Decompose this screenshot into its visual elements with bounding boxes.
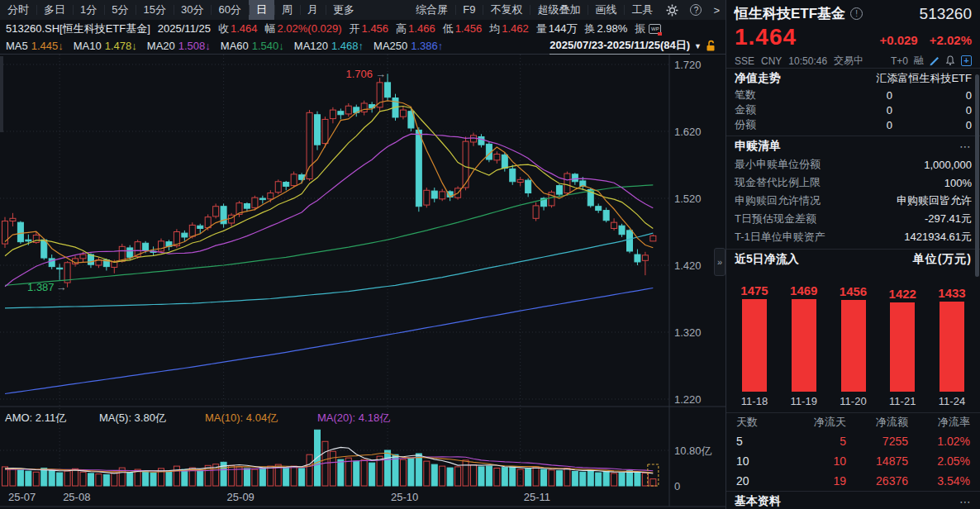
ma-label: MA120: [294, 40, 328, 52]
inflow-table-row: 5572551.02%: [726, 431, 980, 451]
panel-scrollbar[interactable]: [975, 74, 979, 277]
price-change-pct: +2.02%: [930, 33, 972, 47]
date-range-label: 2025/07/23-2025/11/25(84日): [549, 38, 690, 55]
ma-label: MA60: [221, 40, 249, 52]
quote-field-收: 收1.464: [218, 21, 258, 36]
period-tab-30分[interactable]: 30分: [174, 0, 211, 20]
inflow-section-title: 近5日净流入: [735, 252, 799, 267]
quote-field-label: 高: [396, 21, 407, 36]
inflow-table-header: 天数净流天净流额净流率: [726, 413, 980, 431]
period-buttons: 分时多日1分5分15分30分60分日周月更多: [0, 0, 362, 20]
ma-value: 1.386↑: [411, 40, 443, 52]
inflow-bar-column: 143311-24: [932, 270, 972, 409]
ma-value: 1.540↓: [252, 40, 284, 52]
redeem-row-label: T日预估现金差额: [735, 212, 816, 226]
period-tab-5分[interactable]: 5分: [104, 0, 136, 20]
inflow-table-cell: 1.02%: [908, 435, 970, 448]
quote-field-value: 2.02%(0.029): [277, 22, 341, 35]
inflow-bar: [890, 302, 915, 392]
alert-bell-icon[interactable]: [945, 55, 955, 66]
tool-button-工具[interactable]: 工具: [624, 0, 660, 20]
inflow-bar-column: 142211-21: [882, 270, 922, 409]
nav-row-value-1: 0: [756, 89, 896, 102]
quote-field-振: 振WP: [635, 21, 661, 36]
period-tab-多日[interactable]: 多日: [36, 0, 73, 20]
amo-legend-item: AMO: 2.11亿: [5, 411, 66, 424]
help-icon[interactable]: ?: [684, 4, 707, 16]
volume-axis-label: 10.80亿: [674, 445, 712, 457]
inflow-bar-column: 146911-19: [784, 270, 824, 409]
edit-pencil-icon[interactable]: [930, 56, 940, 66]
date-range-selector[interactable]: 2025/07/23-2025/11/25(84日) ▼: [549, 38, 720, 55]
kline-chart[interactable]: 1.7201.6201.5201.4201.3201.22010.80亿0AMO…: [0, 55, 725, 509]
tool-button-不复权[interactable]: 不复权: [483, 0, 530, 20]
quote-field-幅: 幅2.02%(0.029): [264, 21, 341, 36]
fund-code: 513260: [920, 5, 972, 23]
period-tab-日[interactable]: 日: [249, 0, 274, 20]
trading-status: 交易中: [834, 54, 863, 68]
add-to-watchlist-icon[interactable]: +: [961, 55, 972, 66]
high-annotation: 1.706: [346, 68, 373, 80]
tool-buttons: 综合屏F9不复权超级叠加画线工具: [408, 0, 660, 20]
inflow-bar: [742, 299, 767, 392]
inflow-table-section: 天数净流天净流额净流率5572551.02%1010148752.05%2019…: [726, 412, 980, 491]
x-axis-label: 25-07: [8, 491, 36, 503]
unlock-icon[interactable]: [706, 40, 716, 52]
redeem-row: 申购赎回允许情况申购赎回皆允许: [726, 192, 980, 210]
nav-row-label: 金额: [735, 102, 756, 117]
tool-button-超级叠加[interactable]: 超级叠加: [530, 0, 588, 20]
quote-field-量: 量144万: [536, 21, 578, 36]
tool-button-F9[interactable]: F9: [455, 0, 483, 20]
ma-label: MA10: [74, 40, 102, 52]
settings-gear-icon[interactable]: [660, 4, 684, 17]
price-axis-label: 1.320: [674, 326, 702, 339]
last-price: 1.464: [735, 24, 797, 50]
basic-info-title: 基本资料: [735, 494, 781, 509]
quote-bar: 513260.SH[恒生科技ETF基金] 2025/11/25 收1.464幅2…: [0, 20, 725, 37]
ma-legend-MA5: MA51.445↓: [6, 40, 64, 52]
toolbar-expand-chevron-icon[interactable]: >: [707, 4, 725, 17]
basic-info-more-button[interactable]: ⋯: [959, 495, 972, 508]
period-tab-15分[interactable]: 15分: [136, 0, 173, 20]
ma-legend-MA120: MA1201.468↑: [294, 40, 364, 52]
info-icon[interactable]: !: [850, 7, 863, 20]
tool-button-画线[interactable]: 画线: [588, 0, 624, 20]
quote-date: 2025/11/25: [158, 22, 211, 35]
period-tab-1分[interactable]: 1分: [73, 0, 104, 20]
inflow-table-cell: 20: [736, 474, 784, 488]
inflow-table-row: 1010148752.05%: [726, 451, 980, 471]
inflow-table-cell: 10: [784, 454, 846, 468]
inflow-bar: [792, 299, 816, 392]
ma-legend-MA10: MA101.478↓: [74, 40, 137, 52]
inflow-table-header-cell: 天数: [736, 415, 784, 430]
period-tab-更多[interactable]: 更多: [326, 0, 362, 20]
period-tab-周[interactable]: 周: [274, 0, 300, 20]
inflow-bar-value: 1456: [840, 284, 867, 298]
inflow-table-header-cell: 净流率: [908, 415, 970, 430]
price-change: +0.029: [879, 33, 917, 47]
tool-button-综合屏[interactable]: 综合屏: [408, 0, 455, 20]
period-tab-60分[interactable]: 60分: [211, 0, 248, 20]
amo-legend-item: MA(5): 3.80亿: [99, 411, 166, 424]
redeem-row: 最小申赎单位份额1,000,000: [726, 155, 980, 174]
redeem-more-button[interactable]: ⋯: [959, 140, 972, 153]
volume-axis-label: 0: [674, 480, 680, 492]
period-tab-分时[interactable]: 分时: [0, 0, 36, 20]
quote-field-label: 换: [584, 21, 595, 36]
ma-legend-bar: MA51.445↓MA101.478↓MA201.508↓MA601.540↓M…: [0, 37, 725, 55]
inflow-table: 天数净流天净流额净流率5572551.02%1010148752.05%2019…: [726, 413, 980, 491]
inflow-table-header-cell: 净流额: [846, 415, 908, 430]
ma-label: MA5: [6, 40, 28, 52]
symbol-label: 513260.SH[恒生科技ETF基金]: [6, 21, 150, 36]
quote-field-高: 高1.466: [396, 21, 435, 36]
inflow-table-cell: 14875: [846, 454, 908, 468]
nav-row: 金额00: [726, 102, 980, 117]
nav-fund-link[interactable]: 汇添富恒生科技ETF: [876, 71, 972, 86]
quote-field-label: 均: [489, 21, 500, 36]
panel-header: 恒生科技ETF基金 ! 513260 1.464 +0.029 +2.02% S…: [726, 0, 980, 68]
nav-row-value-2: 0: [896, 89, 972, 102]
period-tab-月[interactable]: 月: [300, 0, 326, 20]
panel-collapse-handle[interactable]: »: [714, 248, 725, 276]
inflow-table-cell: 26376: [846, 474, 908, 488]
ma-value: 1.445↓: [31, 40, 64, 52]
